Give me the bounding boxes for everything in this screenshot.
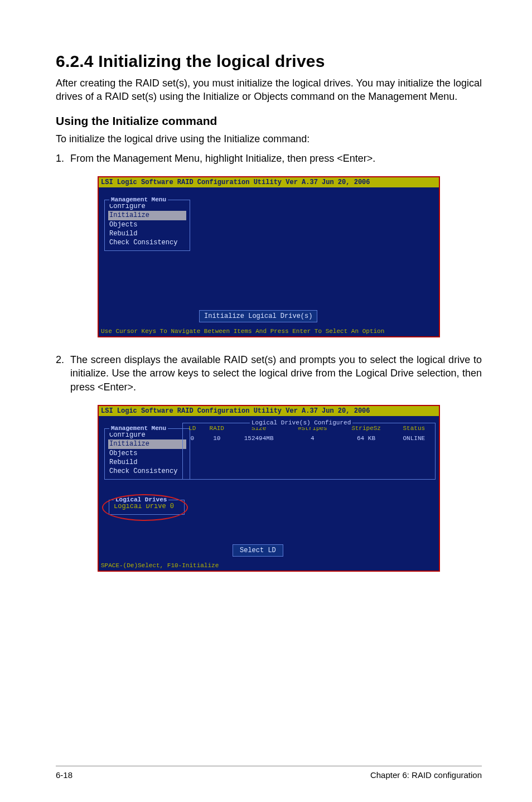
bios2-th-status: Status (393, 423, 435, 434)
bios2-ld-table: Logical Drive(s) Configured LD RAID Size… (182, 423, 436, 480)
instruction-line: To initialize the logical drive using th… (56, 132, 482, 146)
bios2-select-hint: Select LD (233, 544, 283, 557)
bios2-th-ld: LD (183, 423, 202, 434)
bios1-item-initialize[interactable]: Initialize (108, 211, 186, 220)
bios1-menu-legend: Management Menu (109, 196, 168, 204)
bios2-ld-legend: Logical Drives (114, 496, 168, 504)
bios2-td-stripes: 4 (286, 434, 339, 443)
bios2-td-ld: 0 (183, 434, 202, 443)
step-1-number: 1. (56, 152, 70, 165)
bios2-td-status: ONLINE (393, 434, 435, 443)
bios1-title: LSI Logic Software RAID Configuration Ut… (99, 177, 439, 187)
bios1-management-menu: Management Menu Configure Initialize Obj… (104, 200, 190, 251)
step-2-text: The screen displays the available RAID s… (70, 353, 482, 394)
bios2-item-rebuild[interactable]: Rebuild (108, 458, 186, 467)
bios-screenshot-1: LSI Logic Software RAID Configuration Ut… (98, 176, 440, 337)
bios2-menu-legend: Management Menu (109, 424, 168, 433)
bios2-td-stripesz: 64 KB (339, 434, 393, 443)
bios2-td-size: 152494MB (232, 434, 286, 443)
chapter-label: Chapter 6: RAID configuration (370, 770, 482, 781)
bios-screenshot-2: LSI Logic Software RAID Configuration Ut… (98, 405, 440, 572)
page-footer: 6-18 Chapter 6: RAID configuration (56, 766, 482, 781)
bios1-hint: Initialize Logical Drive(s) (199, 310, 317, 322)
step-2-number: 2. (56, 353, 70, 394)
bios2-title: LSI Logic Software RAID Configuration Ut… (99, 406, 439, 416)
section-title: 6.2.4 Initializing the logical drives (56, 50, 482, 73)
bios1-item-check-consistency[interactable]: Check Consistency (108, 238, 186, 247)
page-number: 6-18 (56, 770, 72, 781)
bios2-item-objects[interactable]: Objects (108, 449, 186, 458)
bios1-item-rebuild[interactable]: Rebuild (108, 229, 186, 238)
step-1: 1. From the Management Menu, highlight I… (56, 152, 482, 165)
bios2-item-check-consistency[interactable]: Check Consistency (108, 467, 186, 476)
bios2-table-row[interactable]: 0 10 152494MB 4 64 KB ONLINE (183, 434, 435, 443)
bios2-item-initialize[interactable]: Initialize (108, 439, 186, 448)
section-intro: After creating the RAID set(s), you must… (56, 76, 482, 104)
bios2-table-legend: Logical Drive(s) Configured (250, 419, 352, 427)
bios2-th-raid: RAID (202, 423, 232, 434)
bios1-item-objects[interactable]: Objects (108, 220, 186, 229)
step-1-text: From the Management Menu, highlight Init… (70, 152, 482, 165)
bios2-management-menu: Management Menu Configure Initialize Obj… (104, 428, 190, 480)
step-2: 2. The screen displays the available RAI… (56, 353, 482, 394)
bios1-footer: Use Cursor Keys To Navigate Between Item… (99, 327, 439, 336)
bios2-logical-drives-panel: Logical Drives Logical Drive 0 (109, 500, 185, 515)
bios2-td-raid: 10 (202, 434, 232, 443)
subheading: Using the Initialize command (56, 113, 482, 129)
bios2-footer: SPACE-(De)Select, F10-Initialize (99, 561, 439, 571)
